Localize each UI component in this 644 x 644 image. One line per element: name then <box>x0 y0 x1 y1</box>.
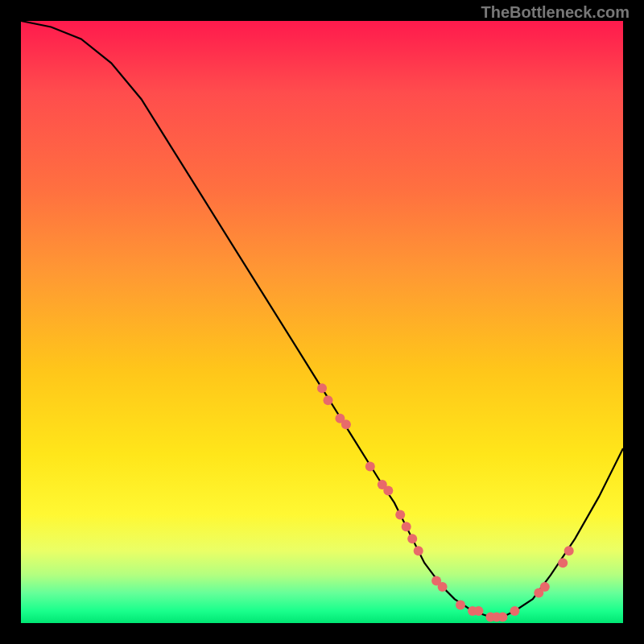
data-point <box>407 534 417 543</box>
data-point <box>395 510 405 519</box>
data-point <box>456 601 465 610</box>
data-point <box>564 546 574 555</box>
data-point <box>383 485 393 495</box>
chart-data-points <box>317 383 574 621</box>
data-point <box>317 383 327 393</box>
data-point <box>558 558 568 568</box>
data-point <box>474 606 484 616</box>
data-point <box>402 522 411 531</box>
data-point <box>540 582 550 592</box>
data-point <box>510 606 519 616</box>
bottleneck-chart-svg <box>21 21 623 623</box>
bottleneck-curve <box>21 21 623 617</box>
data-point <box>324 395 333 405</box>
watermark-text: TheBottleneck.com <box>481 3 630 22</box>
data-point <box>414 546 423 555</box>
chart-plot-area <box>21 21 623 623</box>
data-point <box>341 419 351 429</box>
data-point <box>365 462 375 472</box>
data-point <box>497 613 507 622</box>
data-point <box>438 582 448 592</box>
